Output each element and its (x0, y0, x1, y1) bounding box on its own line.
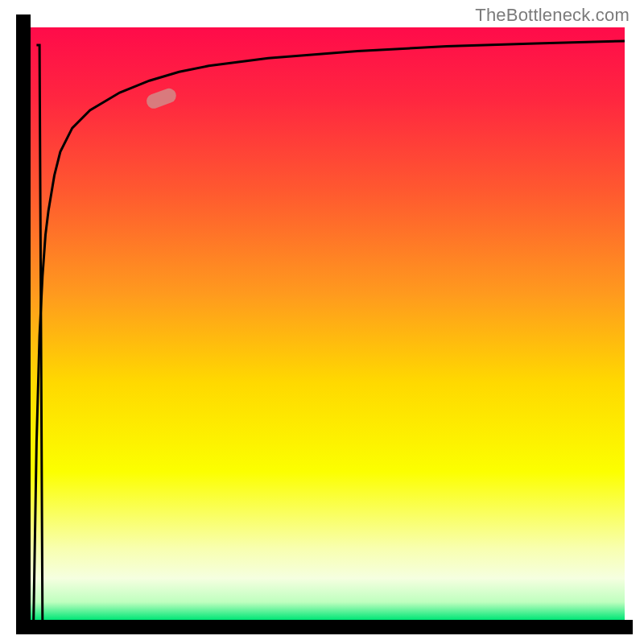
chart-container: TheBottleneck.com (0, 0, 644, 644)
y-axis (16, 14, 31, 633)
bottleneck-chart (0, 0, 644, 644)
x-axis (16, 620, 633, 634)
plot-background-gradient (31, 27, 625, 620)
attribution-text: TheBottleneck.com (475, 5, 630, 26)
